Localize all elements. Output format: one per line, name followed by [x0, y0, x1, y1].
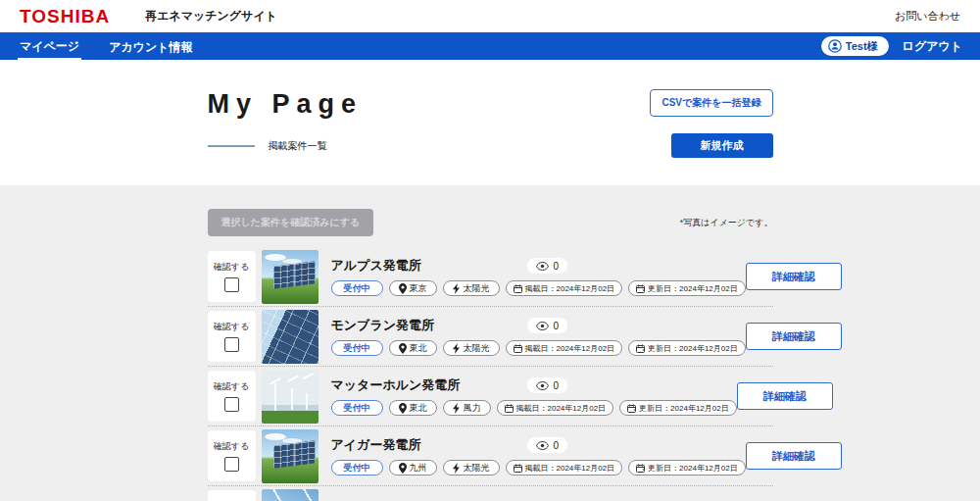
views-badge: 0	[527, 437, 568, 453]
navbar: マイページ アカウント情報 Test様 ログアウト	[0, 32, 980, 60]
status-badge: 受付中	[331, 400, 383, 416]
views-count: 0	[554, 380, 560, 391]
map-pin-icon	[399, 403, 407, 414]
project-row: 確認する アルプス発電所 0 受付中	[208, 247, 773, 307]
detail-confirm-button[interactable]: 詳細確認	[746, 442, 842, 470]
updated-date-badge: 更新日：2024年12月02日	[619, 400, 737, 416]
confirm-checkbox-card: 確認する	[208, 490, 256, 501]
project-rows: 確認する アルプス発電所 0 受付中	[208, 247, 773, 501]
calendar-icon	[514, 464, 522, 473]
calendar-update-icon	[627, 404, 636, 413]
posted-date-badge: 掲載日：2024年12月02日	[506, 280, 623, 296]
map-pin-icon	[399, 343, 407, 354]
energy-type-badge: 太陽光	[443, 460, 500, 476]
location-badge: 東京	[389, 280, 437, 296]
eye-icon	[536, 381, 549, 390]
confirm-checkbox-card: 確認する	[208, 311, 256, 362]
project-row: 確認する アイガー発電所 0 受付中	[208, 426, 773, 486]
nav-mypage[interactable]: マイページ	[18, 33, 81, 60]
energy-type-badge: 太陽光	[443, 280, 500, 296]
project-row: 確認する モンブラン発電所 0 受付中	[208, 307, 773, 367]
status-badge: 受付中	[331, 340, 383, 356]
calendar-update-icon	[636, 464, 645, 473]
bolt-icon	[453, 403, 461, 414]
project-photo	[262, 310, 318, 364]
views-count: 0	[554, 440, 560, 451]
project-name: モンブラン発電所	[331, 317, 527, 334]
csv-bulk-register-button[interactable]: CSVで案件を一括登録	[650, 89, 772, 117]
detail-confirm-button[interactable]: 詳細確認	[737, 382, 833, 410]
bolt-icon	[453, 463, 461, 474]
eye-icon	[536, 441, 549, 450]
project-row: 確認する マッターホルン発電所 0 受付中	[208, 367, 773, 426]
map-pin-icon	[399, 463, 407, 474]
views-badge: 0	[527, 377, 568, 393]
eye-icon	[536, 262, 549, 271]
confirm-checkbox[interactable]	[224, 397, 239, 412]
project-photo	[262, 370, 318, 424]
project-photo	[262, 489, 318, 501]
project-name: マッターホルン発電所	[331, 376, 527, 394]
user-menu[interactable]: Test様	[821, 36, 889, 56]
project-photo	[262, 250, 318, 304]
nav-right: Test様 ログアウト	[821, 36, 962, 56]
confirm-checkbox-card: 確認する	[208, 251, 256, 302]
toshiba-logo: TOSHIBA	[20, 6, 110, 27]
confirm-checkbox-card: 確認する	[208, 371, 256, 422]
confirm-label: 確認する	[214, 321, 249, 333]
map-pin-icon	[399, 283, 407, 294]
top-header: TOSHIBA 再エネマッチングサイト お問い合わせ	[0, 0, 980, 32]
calendar-icon	[514, 284, 522, 293]
detail-confirm-button[interactable]: 詳細確認	[746, 323, 842, 350]
location-badge: 東北	[389, 340, 437, 356]
confirm-label: 確認する	[214, 261, 249, 274]
photo-disclaimer-note: *写真はイメージです。	[680, 217, 773, 229]
project-name: アルプス発電所	[331, 257, 527, 275]
views-count: 0	[554, 261, 560, 272]
calendar-update-icon	[636, 284, 645, 293]
updated-date-badge: 更新日：2024年12月02日	[628, 340, 746, 356]
status-badge: 受付中	[331, 280, 383, 296]
confirm-checkbox[interactable]	[224, 277, 239, 292]
views-count: 0	[554, 321, 560, 331]
project-list-section: 選択した案件を確認済みにする *写真はイメージです。 確認する アルプス発電所 …	[0, 185, 980, 501]
site-title: 再エネマッチングサイト	[145, 8, 277, 25]
views-badge: 0	[527, 318, 568, 333]
confirm-label: 確認する	[214, 380, 249, 393]
posted-date-badge: 掲載日：2024年12月02日	[506, 340, 623, 356]
person-icon	[828, 39, 842, 53]
tab-active-line	[208, 145, 255, 147]
bolt-icon	[453, 343, 461, 354]
tab-label: 掲載案件一覧	[269, 139, 327, 153]
page-title: My Page	[208, 89, 364, 120]
hero-section: My Page CSVで案件を一括登録 掲載案件一覧 新規作成	[0, 60, 980, 185]
bulk-confirm-button[interactable]: 選択した案件を確認済みにする	[208, 209, 374, 236]
energy-type-badge: 太陽光	[443, 340, 500, 356]
posted-date-badge: 掲載日：2024年12月02日	[506, 460, 623, 476]
status-badge: 受付中	[331, 460, 383, 476]
calendar-icon	[505, 404, 514, 413]
calendar-icon	[514, 344, 522, 353]
confirm-checkbox[interactable]	[224, 337, 239, 352]
confirm-checkbox[interactable]	[224, 457, 239, 472]
calendar-update-icon	[636, 344, 645, 353]
confirm-label: 確認する	[214, 440, 249, 453]
updated-date-badge: 更新日：2024年12月02日	[628, 280, 746, 296]
updated-date-badge: 更新日：2024年12月02日	[628, 460, 746, 476]
project-name: アイガー発電所	[331, 436, 527, 454]
location-badge: 東北	[389, 400, 437, 416]
bolt-icon	[453, 283, 461, 294]
create-new-button[interactable]: 新規作成	[671, 133, 773, 158]
contact-link[interactable]: お問い合わせ	[895, 9, 960, 24]
tab-posted-projects[interactable]: 掲載案件一覧	[208, 139, 327, 153]
eye-icon	[536, 322, 549, 330]
project-photo	[262, 429, 318, 483]
views-badge: 0	[527, 258, 568, 274]
location-badge: 九州	[389, 460, 437, 476]
confirm-checkbox-card: 確認する	[208, 430, 256, 481]
user-name: Test様	[846, 39, 878, 54]
project-row: 確認する ユングフラウ発電所 0 詳細確認	[208, 486, 773, 501]
logout-button[interactable]: ログアウト	[903, 38, 962, 55]
detail-confirm-button[interactable]: 詳細確認	[746, 263, 842, 290]
nav-account-info[interactable]: アカウント情報	[107, 34, 194, 59]
